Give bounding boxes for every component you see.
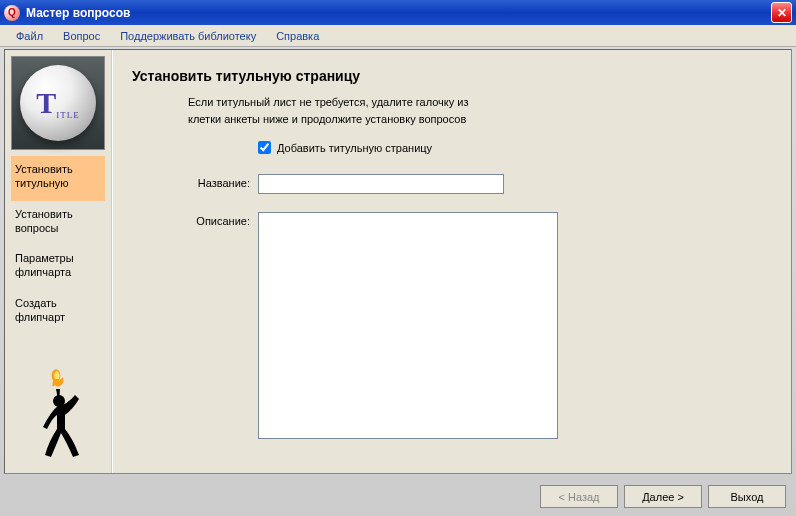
step-label: Установить вопросы: [15, 208, 73, 234]
close-button[interactable]: ✕: [771, 2, 792, 23]
back-button: < Назад: [540, 485, 618, 508]
preview-thumbnail: TITLE: [11, 56, 105, 150]
window-title: Мастер вопросов: [26, 6, 771, 20]
description-row: Описание:: [132, 212, 761, 439]
name-row: Название:: [132, 174, 761, 194]
step-set-questions[interactable]: Установить вопросы: [11, 201, 105, 246]
add-title-checkbox[interactable]: [258, 141, 271, 154]
wizard-button-bar: < Назад Далее > Выход: [540, 485, 786, 508]
menu-question[interactable]: Вопрос: [53, 28, 110, 44]
menu-maintain-library[interactable]: Поддерживать библиотеку: [110, 28, 266, 44]
help-line-1: Если титульный лист не требуется, удалит…: [188, 94, 761, 111]
name-input[interactable]: [258, 174, 504, 194]
add-title-checkbox-row: Добавить титульную страницу: [258, 141, 761, 154]
name-label: Название:: [132, 174, 258, 194]
description-textarea[interactable]: [258, 212, 558, 439]
description-label: Описание:: [132, 212, 258, 439]
menu-help[interactable]: Справка: [266, 28, 329, 44]
exit-button[interactable]: Выход: [708, 485, 786, 508]
step-set-title[interactable]: Установить титульную: [11, 156, 105, 201]
step-label: Установить титульную: [15, 163, 73, 189]
step-create-flipchart[interactable]: Создать флипчарт: [11, 290, 105, 335]
main-panel: Установить титульную страницу Если титул…: [111, 50, 791, 473]
step-label: Параметры флипчарта: [15, 252, 74, 278]
torch-figure-icon: [29, 369, 105, 461]
app-icon: Q: [4, 5, 20, 21]
help-line-2: клетки анкеты ниже и продолжите установк…: [188, 111, 761, 128]
content-area: TITLE Установить титульную Установить во…: [4, 49, 792, 474]
wizard-steps-list: Установить титульную Установить вопросы …: [11, 156, 105, 334]
add-title-checkbox-label[interactable]: Добавить титульную страницу: [277, 142, 432, 154]
step-label: Создать флипчарт: [15, 297, 65, 323]
sidebar: TITLE Установить титульную Установить во…: [5, 50, 111, 473]
step-flipchart-params[interactable]: Параметры флипчарта: [11, 245, 105, 290]
page-title: Установить титульную страницу: [132, 68, 761, 84]
menu-bar: Файл Вопрос Поддерживать библиотеку Спра…: [0, 25, 796, 47]
close-icon: ✕: [777, 6, 787, 20]
menu-file[interactable]: Файл: [6, 28, 53, 44]
window-titlebar: Q Мастер вопросов ✕: [0, 0, 796, 25]
title-sphere-icon: TITLE: [20, 65, 96, 141]
next-button[interactable]: Далее >: [624, 485, 702, 508]
help-text: Если титульный лист не требуется, удалит…: [188, 94, 761, 127]
